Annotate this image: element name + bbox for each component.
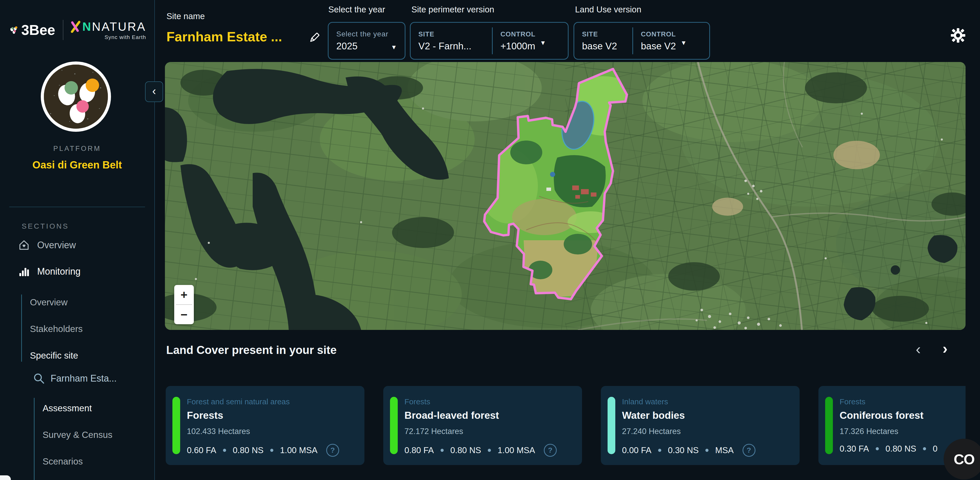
zoom-out-button[interactable]: −: [174, 305, 194, 324]
metric-msa: 1.00 MSA: [498, 445, 535, 455]
subnav-line: [21, 295, 22, 362]
site-search-value: Farnham Esta...: [51, 373, 117, 384]
search-icon: [33, 373, 45, 384]
land-cover-card[interactable]: Forest and semi natural areas Forests 10…: [166, 386, 364, 465]
card-metrics: 0.00 FA 0.30 NS MSA ?: [622, 444, 756, 457]
site-map[interactable]: + −: [165, 62, 966, 330]
landuse-control-label: CONTROL: [641, 30, 702, 38]
land-cover-title: Land Cover present in your site: [166, 344, 337, 357]
land-cover-card[interactable]: Inland waters Water bodies 27.240 Hectar…: [601, 386, 800, 465]
pencil-icon: [308, 31, 321, 45]
perimeter-control-label: CONTROL: [500, 30, 560, 38]
card-metrics: 0.60 FA 0.80 NS 1.00 MSA ?: [187, 444, 339, 457]
home-heart-icon: [18, 239, 30, 251]
year-select-inner-label: Select the year: [336, 30, 397, 38]
sidebar: 3Bee NNATURA Sync with Earth: [0, 0, 155, 480]
card-title: Coniferous forest: [840, 410, 923, 421]
app-root: { "brand": { "name": "3Bee", "x": "x", "…: [0, 0, 980, 480]
card-area: 72.172 Hectares: [404, 427, 463, 436]
cookie-consent-button[interactable]: CO: [943, 439, 980, 480]
metric-separator-dot: [923, 447, 926, 450]
landuse-select-label: Land Use version: [575, 5, 641, 14]
metric-separator-dot: [441, 449, 444, 452]
year-select[interactable]: Select the year 2025 ▼: [328, 22, 406, 60]
sidebar-collapse-button[interactable]: ‹: [145, 81, 163, 102]
caret-down-icon: ▼: [681, 39, 687, 46]
card-title: Broad-leaved forest: [404, 410, 499, 421]
edit-site-name-button[interactable]: [308, 31, 321, 45]
metric-separator-dot: [488, 449, 491, 452]
landuse-site-label: SITE: [582, 30, 625, 38]
card-accent-bar: [172, 397, 180, 454]
card-category: Forests: [404, 397, 430, 406]
year-select-label: Select the year: [328, 5, 385, 14]
perimeter-site-value: V2 - Farnh...: [418, 41, 484, 52]
metric-fa: 0.60 FA: [187, 445, 216, 455]
land-cover-card[interactable]: Forests Coniferous forest 17.326 Hectare…: [818, 386, 966, 465]
landuse-select[interactable]: SITE base V2 CONTROL base V2 ▼: [573, 22, 710, 60]
help-icon[interactable]: ?: [544, 444, 557, 457]
sidebar-divider: [9, 207, 145, 207]
perimeter-site-label: SITE: [418, 30, 484, 38]
carousel-next-button[interactable]: ›: [943, 341, 948, 356]
land-cover-card[interactable]: Forests Broad-leaved forest 72.172 Hecta…: [383, 386, 582, 465]
card-area: 17.326 Hectares: [840, 427, 898, 436]
zoom-in-button[interactable]: +: [174, 285, 194, 304]
card-area: 102.433 Hectares: [187, 427, 250, 436]
sections-label: SECTIONS: [22, 222, 69, 230]
card-area: 27.240 Hectares: [622, 427, 681, 436]
sidebar-item-overview[interactable]: Overview: [18, 239, 76, 251]
platform-avatar-image: [44, 65, 108, 129]
platform-avatar[interactable]: [41, 62, 111, 132]
card-accent-bar: [390, 397, 398, 454]
sidebar-item-label: Overview: [37, 240, 76, 250]
perimeter-control-value: +1000m: [500, 41, 535, 52]
carousel-prev-button[interactable]: ‹: [916, 341, 921, 357]
sidebar-item-stakeholders[interactable]: Stakeholders: [30, 324, 83, 334]
card-category: Forests: [840, 397, 865, 406]
metric-fa: 0.30 FA: [840, 444, 869, 454]
year-select-value: 2025: [336, 41, 358, 52]
xnatura-logo: NNATURA Sync with Earth: [70, 20, 146, 40]
satellite-map-image: [165, 62, 966, 330]
metric-msa: 1.00 MSA: [280, 445, 317, 455]
card-accent-bar: [608, 397, 615, 454]
land-cover-carousel: Forest and semi natural areas Forests 10…: [166, 386, 966, 465]
sidebar-item-monitoring[interactable]: Monitoring: [18, 266, 81, 277]
site-search[interactable]: Farnham Esta...: [33, 373, 117, 384]
card-metrics: 0.30 FA 0.80 NS 0: [840, 444, 937, 454]
brand-name: 3Bee: [21, 22, 55, 38]
metric-fa: 0.80 FA: [404, 445, 434, 455]
sidebar-item-label: Monitoring: [37, 266, 81, 277]
xnatura-x-icon: [70, 21, 81, 33]
perimeter-select[interactable]: SITE V2 - Farnh... CONTROL +1000m ▼: [410, 22, 569, 60]
xnatura-word: NATURA: [92, 20, 146, 33]
sidebar-item-scenarios[interactable]: Scenarios: [43, 456, 83, 467]
metric-ns: 0.80 NS: [886, 444, 916, 454]
card-title: Water bodies: [622, 410, 685, 421]
card-accent-bar: [825, 397, 833, 454]
chevron-left-icon: ‹: [152, 85, 156, 97]
settings-button[interactable]: [950, 27, 966, 45]
sidebar-item-specific-site[interactable]: Specific site: [30, 350, 78, 360]
metric-fa: 0.00 FA: [622, 445, 651, 455]
cookie-logo: CO: [954, 451, 974, 467]
metric-ns: 0.30 NS: [668, 445, 699, 455]
landuse-control-value: base V2: [641, 41, 676, 52]
sidebar-item-survey-census[interactable]: Survey & Census: [43, 430, 112, 440]
metric-separator-dot: [223, 449, 226, 452]
card-category: Forest and semi natural areas: [187, 397, 290, 406]
threebee-logo-icon: [9, 19, 18, 41]
sidebar-item-monitoring-overview[interactable]: Overview: [30, 297, 68, 308]
metric-separator-dot: [270, 449, 273, 452]
chat-widget-corner[interactable]: [0, 475, 11, 480]
sidebar-item-assessment[interactable]: Assessment: [43, 403, 92, 413]
platform-label: PLATFORM: [0, 145, 154, 153]
site-name-label: Site name: [167, 11, 205, 21]
card-title: Forests: [187, 410, 223, 421]
help-icon[interactable]: ?: [743, 444, 756, 457]
card-metrics: 0.80 FA 0.80 NS 1.00 MSA ?: [404, 444, 557, 457]
metric-separator-dot: [876, 447, 879, 450]
gear-icon: [950, 27, 966, 44]
help-icon[interactable]: ?: [326, 444, 339, 457]
